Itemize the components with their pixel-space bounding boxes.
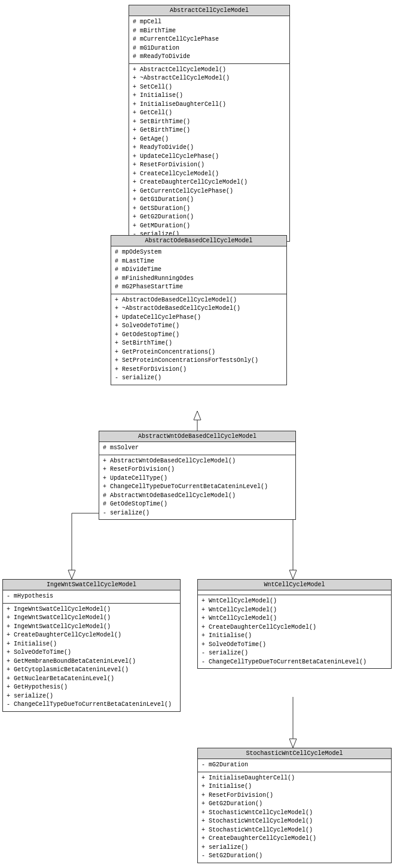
abstract-ode-based-box: AbstractOdeBasedCellCycleModel # mpOdeSy… xyxy=(111,235,287,385)
svg-marker-6 xyxy=(68,570,75,579)
abstract-wnt-attributes: # msSolver xyxy=(99,442,295,455)
abstract-wnt-box: AbstractWntOdeBasedCellCycleModel # msSo… xyxy=(99,431,296,520)
wnt-cell-cycle-methods: + WntCellCycleModel() + WntCellCycleMode… xyxy=(198,595,391,668)
wnt-cell-cycle-attributes xyxy=(198,590,391,595)
abstract-ode-based-title: AbstractOdeBasedCellCycleModel xyxy=(111,236,286,246)
svg-marker-9 xyxy=(289,570,297,579)
inge-wnt-box: IngeWntSwatCellCycleModel - mHypothesis … xyxy=(2,579,181,712)
abstract-ode-based-attributes: # mpOdeSystem # mLastTime # mDivideTime … xyxy=(111,246,286,294)
abstract-cell-cycle-model-methods: + AbstractCellCycleModel() + ~AbstractCe… xyxy=(129,64,289,241)
svg-marker-11 xyxy=(289,739,297,748)
stochastic-wnt-methods: + InitialiseDaughterCell() + Initialise(… xyxy=(198,772,391,863)
diagram-container: AbstractCellCycleModel # mpCell # mBirth… xyxy=(0,0,394,868)
abstract-cell-cycle-model-title: AbstractCellCycleModel xyxy=(129,5,289,16)
abstract-cell-cycle-model-attributes: # mpCell # mBirthTime # mCurrentCellCycl… xyxy=(129,16,289,64)
inge-wnt-title: IngeWntSwatCellCycleModel xyxy=(3,580,180,590)
abstract-wnt-methods: + AbstractWntOdeBasedCellCycleModel() + … xyxy=(99,455,295,520)
abstract-cell-cycle-model-box: AbstractCellCycleModel # mpCell # mBirth… xyxy=(129,5,290,242)
abstract-wnt-title: AbstractWntOdeBasedCellCycleModel xyxy=(99,431,295,442)
stochastic-wnt-title: StochasticWntCellCycleModel xyxy=(198,748,391,759)
inge-wnt-methods: + IngeWntSwatCellCycleModel() + IngeWntS… xyxy=(3,604,180,711)
wnt-cell-cycle-box: WntCellCycleModel + WntCellCycleModel() … xyxy=(197,579,392,669)
wnt-cell-cycle-title: WntCellCycleModel xyxy=(198,580,391,590)
abstract-ode-based-methods: + AbstractOdeBasedCellCycleModel() + ~Ab… xyxy=(111,294,286,385)
svg-marker-3 xyxy=(194,411,201,420)
stochastic-wnt-box: StochasticWntCellCycleModel - mG2Duratio… xyxy=(197,748,392,863)
inge-wnt-attributes: - mHypothesis xyxy=(3,590,180,604)
stochastic-wnt-attributes: - mG2Duration xyxy=(198,759,391,772)
